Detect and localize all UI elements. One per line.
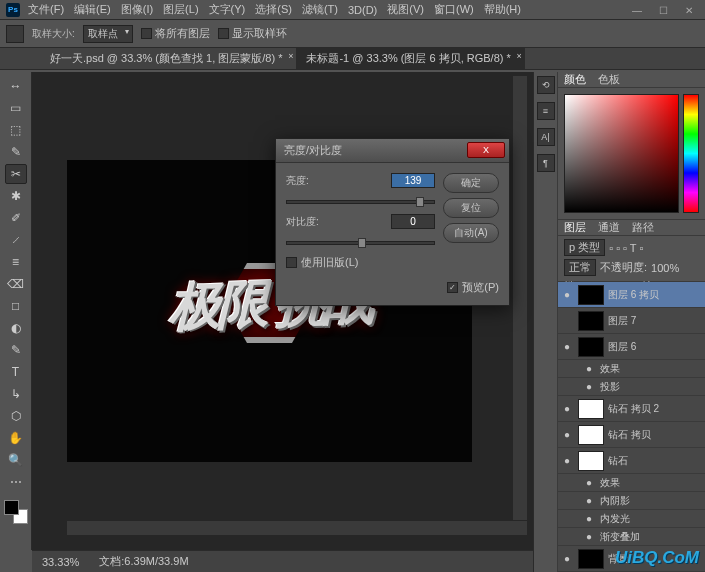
menu-help[interactable]: 帮助(H) xyxy=(484,2,521,17)
history-icon[interactable]: ⟲ xyxy=(537,76,555,94)
history-brush-tool[interactable]: ≡ xyxy=(5,252,27,272)
marquee-tool[interactable]: ▭ xyxy=(5,98,27,118)
layer-row[interactable]: ●钻石 拷贝 xyxy=(558,422,705,448)
layer-row[interactable]: ●图层 6 xyxy=(558,334,705,360)
shape-tool[interactable]: ⬡ xyxy=(5,406,27,426)
scrollbar-vertical[interactable] xyxy=(513,76,527,520)
color-field[interactable] xyxy=(564,94,679,213)
visibility-toggle[interactable]: ● xyxy=(560,403,574,414)
layer-row[interactable]: 图层 7 xyxy=(558,308,705,334)
blend-mode-select[interactable]: 正常 xyxy=(564,259,596,276)
layer-row[interactable]: ●投影 xyxy=(558,378,705,396)
dodge-tool[interactable]: ◐ xyxy=(5,318,27,338)
zoom-level[interactable]: 33.33% xyxy=(42,556,79,568)
brightness-slider[interactable] xyxy=(286,200,435,204)
window-controls: — ☐ ✕ xyxy=(625,2,701,18)
document-tab[interactable]: 好一天.psd @ 33.3% (颜色查找 1, 图层蒙版/8) *× xyxy=(40,48,296,69)
path-tool[interactable]: ↳ xyxy=(5,384,27,404)
visibility-toggle[interactable]: ● xyxy=(582,513,596,524)
preview-checkbox[interactable]: ✓预览(P) xyxy=(447,280,499,295)
menu-filter[interactable]: 滤镜(T) xyxy=(302,2,338,17)
tab-layers[interactable]: 图层 xyxy=(564,220,586,235)
document-tab[interactable]: 未标题-1 @ 33.3% (图层 6 拷贝, RGB/8) *× xyxy=(296,48,524,69)
dialog-titlebar[interactable]: 亮度/对比度 X xyxy=(276,139,509,163)
layer-row[interactable]: ●内阴影 xyxy=(558,492,705,510)
dialog-close-button[interactable]: X xyxy=(467,142,505,158)
visibility-toggle[interactable]: ● xyxy=(582,531,596,542)
show-ring-checkbox[interactable]: 显示取样环 xyxy=(218,26,287,41)
tool-preset-icon[interactable] xyxy=(6,25,24,43)
layers-panel-tabs: 图层 通道 路径 xyxy=(558,220,705,236)
layer-name: 图层 6 xyxy=(608,340,703,354)
visibility-toggle[interactable]: ● xyxy=(582,381,596,392)
hue-slider[interactable] xyxy=(683,94,699,213)
type-tool[interactable]: T xyxy=(5,362,27,382)
menu-window[interactable]: 窗口(W) xyxy=(434,2,474,17)
crop-tool[interactable]: ✎ xyxy=(5,142,27,162)
document-info[interactable]: 文档:6.39M/33.9M xyxy=(99,554,188,569)
minimize-button[interactable]: — xyxy=(625,2,649,18)
visibility-toggle[interactable]: ● xyxy=(560,289,574,300)
menu-edit[interactable]: 编辑(E) xyxy=(74,2,111,17)
tab-swatches[interactable]: 色板 xyxy=(598,72,620,87)
use-legacy-checkbox[interactable]: 使用旧版(L) xyxy=(286,255,435,270)
menu-type[interactable]: 文字(Y) xyxy=(209,2,246,17)
more-tools[interactable]: ⋯ xyxy=(5,472,27,492)
layer-row[interactable]: ●内发光 xyxy=(558,510,705,528)
visibility-toggle[interactable]: ● xyxy=(582,363,596,374)
character-icon[interactable]: A| xyxy=(537,128,555,146)
tab-color[interactable]: 颜色 xyxy=(564,72,586,87)
sample-all-layers-checkbox[interactable]: 将所有图层 xyxy=(141,26,210,41)
layer-row[interactable]: ●效果 xyxy=(558,360,705,378)
reset-button[interactable]: 复位 xyxy=(443,198,499,218)
watermark: UiBQ.CoM xyxy=(615,548,699,568)
eraser-tool[interactable]: ⌫ xyxy=(5,274,27,294)
paragraph-icon[interactable]: ¶ xyxy=(537,154,555,172)
stamp-tool[interactable]: ⟋ xyxy=(5,230,27,250)
contrast-slider[interactable] xyxy=(286,241,435,245)
eyedropper-tool[interactable]: ✂ xyxy=(5,164,27,184)
visibility-toggle[interactable]: ● xyxy=(560,341,574,352)
properties-icon[interactable]: ≡ xyxy=(537,102,555,120)
layer-row[interactable]: ●渐变叠加 xyxy=(558,528,705,546)
pen-tool[interactable]: ✎ xyxy=(5,340,27,360)
visibility-toggle[interactable]: ● xyxy=(582,495,596,506)
close-icon[interactable]: × xyxy=(288,51,293,61)
tab-channels[interactable]: 通道 xyxy=(598,220,620,235)
close-icon[interactable]: × xyxy=(517,51,522,61)
layer-row[interactable]: ●钻石 拷贝 2 xyxy=(558,396,705,422)
layer-row[interactable]: ●图层 6 拷贝 xyxy=(558,282,705,308)
visibility-toggle[interactable]: ● xyxy=(582,477,596,488)
lasso-tool[interactable]: ⬚ xyxy=(5,120,27,140)
menu-layer[interactable]: 图层(L) xyxy=(163,2,198,17)
visibility-toggle[interactable]: ● xyxy=(560,429,574,440)
menu-file[interactable]: 文件(F) xyxy=(28,2,64,17)
close-button[interactable]: ✕ xyxy=(677,2,701,18)
menu-view[interactable]: 视图(V) xyxy=(387,2,424,17)
layer-name: 钻石 拷贝 xyxy=(608,428,703,442)
auto-button[interactable]: 自动(A) xyxy=(443,223,499,243)
layer-kind-filter[interactable]: p 类型 xyxy=(564,239,605,256)
opacity-value[interactable]: 100% xyxy=(651,262,679,274)
fg-bg-swatch[interactable] xyxy=(4,500,28,524)
hand-tool[interactable]: ✋ xyxy=(5,428,27,448)
tab-paths[interactable]: 路径 xyxy=(632,220,654,235)
sample-size-select[interactable]: 取样点 xyxy=(83,25,133,43)
layer-row[interactable]: ●效果 xyxy=(558,474,705,492)
scrollbar-horizontal[interactable] xyxy=(67,521,527,535)
visibility-toggle[interactable]: ● xyxy=(560,455,574,466)
visibility-toggle[interactable]: ● xyxy=(560,553,574,564)
move-tool[interactable]: ↔ xyxy=(5,76,27,96)
menu-select[interactable]: 选择(S) xyxy=(255,2,292,17)
maximize-button[interactable]: ☐ xyxy=(651,2,675,18)
brush-tool[interactable]: ✐ xyxy=(5,208,27,228)
menu-3d[interactable]: 3D(D) xyxy=(348,4,377,16)
layer-row[interactable]: ●钻石 xyxy=(558,448,705,474)
gradient-tool[interactable]: □ xyxy=(5,296,27,316)
zoom-tool[interactable]: 🔍 xyxy=(5,450,27,470)
ok-button[interactable]: 确定 xyxy=(443,173,499,193)
brightness-input[interactable] xyxy=(391,173,435,188)
menu-image[interactable]: 图像(I) xyxy=(121,2,153,17)
healing-tool[interactable]: ✱ xyxy=(5,186,27,206)
contrast-input[interactable] xyxy=(391,214,435,229)
